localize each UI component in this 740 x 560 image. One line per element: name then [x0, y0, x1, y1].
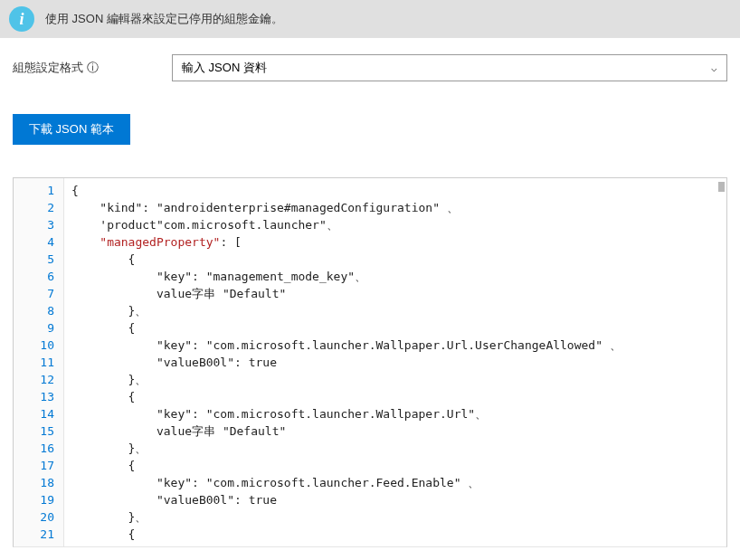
- line-number: 1: [14, 182, 63, 199]
- line-number: 13: [14, 388, 63, 405]
- dropdown-selected-value: 輸入 JSON 資料: [182, 60, 267, 76]
- scrollbar-thumb[interactable]: [718, 182, 725, 192]
- line-number: 20: [14, 508, 63, 526]
- code-line[interactable]: value字串 "Default": [71, 285, 719, 302]
- code-line[interactable]: "key": "management_mode_key"、: [71, 268, 719, 285]
- line-number: 7: [14, 285, 63, 302]
- line-number: 10: [14, 337, 63, 354]
- code-line[interactable]: }、: [71, 508, 719, 526]
- line-number: 4: [14, 233, 63, 251]
- line-number: 8: [14, 302, 63, 319]
- code-line[interactable]: }、: [71, 440, 719, 457]
- code-line[interactable]: "managedProperty": [: [71, 233, 719, 251]
- code-line[interactable]: "valueB00l": true: [71, 354, 719, 371]
- code-line[interactable]: {: [71, 182, 719, 199]
- line-number: 11: [14, 354, 63, 371]
- line-number: 18: [14, 474, 63, 491]
- code-line[interactable]: {: [71, 457, 719, 474]
- code-line[interactable]: {: [71, 251, 719, 268]
- code-line[interactable]: 'product"com.microsoft.launcher"、: [71, 216, 719, 233]
- code-line[interactable]: "kind": "androidenterprise#managedConfig…: [71, 199, 719, 216]
- code-area[interactable]: { "kind": "androidenterprise#managedConf…: [64, 178, 726, 546]
- line-number: 17: [14, 457, 63, 474]
- line-number: 12: [14, 371, 63, 388]
- config-format-row: 組態設定格式 ⓘ 輸入 JSON 資料 ⌵: [0, 38, 740, 81]
- json-editor[interactable]: 123456789101112131415161718192021 { "kin…: [13, 177, 727, 547]
- code-line[interactable]: value字串 "Default": [71, 422, 719, 440]
- info-banner-text: 使用 JSON 編輯器來設定已停用的組態金鑰。: [45, 11, 283, 27]
- info-banner: i 使用 JSON 編輯器來設定已停用的組態金鑰。: [0, 0, 740, 38]
- code-line[interactable]: "valueB00l": true: [71, 491, 719, 508]
- code-line[interactable]: "key": "com.microsoft.launcher.Wallpaper…: [71, 337, 719, 354]
- info-icon: i: [9, 6, 34, 32]
- line-number-gutter: 123456789101112131415161718192021: [14, 178, 64, 546]
- info-icon-glyph: i: [19, 10, 24, 29]
- line-number: 21: [14, 526, 63, 543]
- code-line[interactable]: }、: [71, 302, 719, 319]
- line-number: 19: [14, 491, 63, 508]
- code-line[interactable]: {: [71, 388, 719, 405]
- download-json-template-button[interactable]: 下載 JSON 範本: [13, 114, 130, 145]
- line-number: 14: [14, 405, 63, 422]
- config-format-dropdown[interactable]: 輸入 JSON 資料 ⌵: [172, 54, 727, 81]
- chevron-down-icon: ⌵: [711, 62, 717, 74]
- code-line[interactable]: "key": "com.microsoft.launcher.Feed.Enab…: [71, 474, 719, 491]
- line-number: 9: [14, 319, 63, 337]
- code-line[interactable]: {: [71, 526, 719, 543]
- line-number: 6: [14, 268, 63, 285]
- line-number: 3: [14, 216, 63, 233]
- code-line[interactable]: {: [71, 319, 719, 337]
- line-number: 5: [14, 251, 63, 268]
- code-line[interactable]: }、: [71, 371, 719, 388]
- code-line[interactable]: "key": "com.microsoft.launcher.Wallpaper…: [71, 405, 719, 422]
- line-number: 15: [14, 422, 63, 440]
- line-number: 16: [14, 440, 63, 457]
- line-number: 2: [14, 199, 63, 216]
- config-format-label: 組態設定格式 ⓘ: [13, 60, 157, 76]
